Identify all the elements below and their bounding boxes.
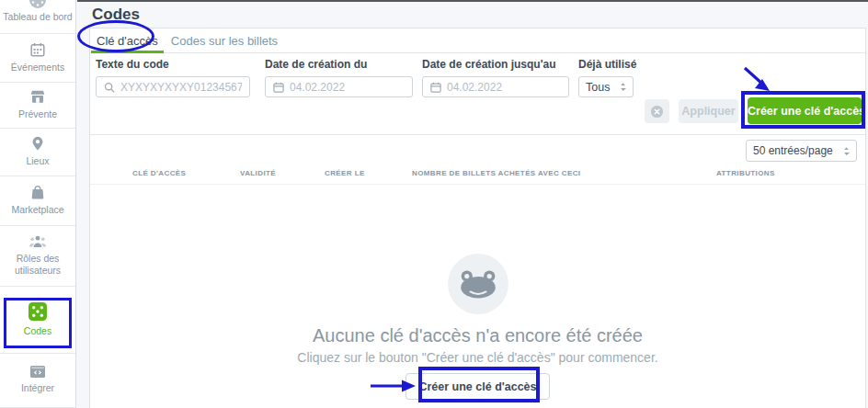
empty-state-subtitle: Cliquez sur le bouton "Créer une clé d'a… <box>90 350 865 365</box>
codes-card: Clé d'accès Codes sur les billets Texte … <box>89 28 866 408</box>
users-icon <box>29 235 46 248</box>
sidebar-item-label: Marketplace <box>3 204 73 216</box>
map-pin-icon <box>30 136 45 151</box>
filter-label: Date de création jusqu'au <box>422 58 569 71</box>
tab-access-key[interactable]: Clé d'accès <box>90 28 165 52</box>
sidebar: Tableau de bord Événements Prévente Lieu… <box>0 0 76 408</box>
main-content: Codes Clé d'accès Codes sur les billets … <box>77 0 868 408</box>
clear-filters-button[interactable] <box>645 99 669 123</box>
stepper-icon <box>620 82 626 92</box>
calendar-icon <box>30 42 45 57</box>
stepper-icon <box>843 146 850 156</box>
date-to-field[interactable] <box>422 76 569 97</box>
tab-bar: Clé d'accès Codes sur les billets <box>90 28 865 53</box>
code-text-input[interactable] <box>120 81 242 94</box>
storefront-icon <box>30 89 45 104</box>
gauge-icon <box>29 0 47 9</box>
sidebar-item-venues[interactable]: Lieux <box>0 129 75 176</box>
select-value: Tous <box>586 81 610 94</box>
sidebar-item-label: Codes <box>3 325 73 337</box>
filter-date-to: Date de création jusqu'au <box>422 58 569 97</box>
create-access-key-empty-button[interactable]: Créer une clé d'accès <box>405 373 549 400</box>
select-value: 50 entrées/page <box>753 144 833 157</box>
empty-state-illustration <box>448 254 508 314</box>
close-circle-icon <box>650 105 664 119</box>
sidebar-item-label: Prévente <box>3 108 73 120</box>
page-title: Codes <box>92 6 140 24</box>
date-from-input[interactable] <box>290 81 405 94</box>
filter-label: Déjà utilisé <box>578 58 634 71</box>
tab-label: Codes sur les billets <box>171 34 278 48</box>
create-access-key-button[interactable]: Créer une clé d'accès <box>748 97 862 124</box>
table-header-divider <box>90 184 865 185</box>
column-header-validity: VALIDITÉ <box>240 169 276 177</box>
codes-page: Tableau de bord Événements Prévente Lieu… <box>0 0 868 408</box>
filter-code-text: Texte du code <box>96 58 250 97</box>
calendar-icon <box>273 82 284 93</box>
sidebar-item-user-roles[interactable]: Rôles des utilisateurs <box>0 226 75 287</box>
tab-label: Clé d'accès <box>97 34 158 48</box>
search-icon <box>104 82 115 93</box>
empty-state-title: Aucune clé d'accès n'a encore été créée <box>90 325 865 346</box>
sidebar-item-dashboard[interactable]: Tableau de bord <box>0 0 75 34</box>
shopping-bag-icon <box>30 185 45 199</box>
apply-button[interactable]: Appliquer <box>679 99 738 123</box>
filter-already-used: Déjà utilisé Tous <box>578 58 634 97</box>
sidebar-item-marketplace[interactable]: Marketplace <box>0 176 75 226</box>
sidebar-item-label: Événements <box>3 62 73 74</box>
sidebar-item-label: Intégrer <box>3 382 73 394</box>
sidebar-item-label: Tableau de bord <box>3 11 73 23</box>
already-used-select[interactable]: Tous <box>578 76 634 97</box>
column-header-tickets-bought: NOMBRE DE BILLETS ACHETÉS AVEC CECI <box>412 169 581 177</box>
date-from-field[interactable] <box>265 76 413 97</box>
embed-icon <box>30 366 45 378</box>
calendar-icon <box>430 82 441 93</box>
column-header-created: CRÉER LE <box>325 169 365 177</box>
column-header-access-key: CLÉ D'ACCÈS <box>132 169 186 177</box>
filter-date-from: Date de création du <box>265 58 413 97</box>
frog-icon <box>459 269 497 299</box>
date-to-input[interactable] <box>447 81 561 94</box>
empty-state: Aucune clé d'accès n'a encore été créée … <box>90 254 865 400</box>
sidebar-item-label: Rôles des utilisateurs <box>3 253 73 277</box>
sidebar-item-label: Lieux <box>3 155 73 167</box>
tab-ticket-codes[interactable]: Codes sur les billets <box>165 28 284 52</box>
sidebar-item-events[interactable]: Événements <box>0 34 75 83</box>
top-edge-divider <box>77 0 868 2</box>
sidebar-item-presale[interactable]: Prévente <box>0 83 75 129</box>
sidebar-item-integrate[interactable]: Intégrer <box>0 354 75 408</box>
entries-per-page-select[interactable]: 50 entrées/page <box>746 140 857 162</box>
section-divider <box>90 134 865 135</box>
sidebar-item-codes[interactable]: Codes <box>0 287 75 354</box>
code-text-field[interactable] <box>96 76 250 97</box>
dice-icon <box>29 302 47 321</box>
filter-label: Texte du code <box>96 58 250 71</box>
filter-label: Date de création du <box>265 58 413 71</box>
column-header-attributions: ATTRIBUTIONS <box>716 169 775 177</box>
